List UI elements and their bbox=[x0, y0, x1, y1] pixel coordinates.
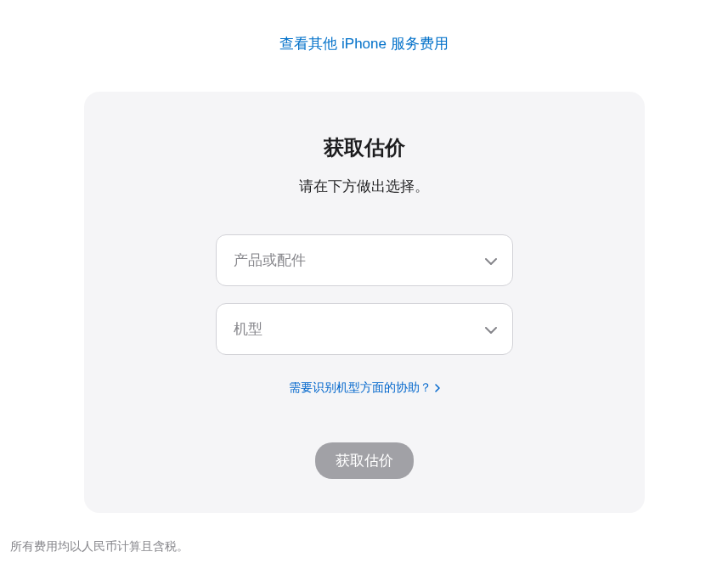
model-select[interactable]: 机型 bbox=[216, 303, 513, 355]
chevron-right-icon bbox=[435, 384, 440, 392]
chevron-down-icon bbox=[485, 321, 497, 338]
card-title: 获取估价 bbox=[118, 134, 611, 161]
chevron-down-icon bbox=[485, 252, 497, 269]
product-select-label: 产品或配件 bbox=[234, 252, 306, 268]
identify-model-help-link[interactable]: 需要识别机型方面的协助？ bbox=[289, 380, 440, 396]
footer-notes: 所有费用均以人民币计算且含税。 截至 2023 年 2 月底，保外电池服务的费用… bbox=[0, 537, 728, 563]
product-select[interactable]: 产品或配件 bbox=[216, 234, 513, 286]
help-link-text: 需要识别机型方面的协助？ bbox=[289, 380, 432, 396]
estimate-card: 获取估价 请在下方做出选择。 产品或配件 机型 bbox=[84, 92, 645, 513]
view-other-services-link[interactable]: 查看其他 iPhone 服务费用 bbox=[0, 34, 728, 53]
model-select-label: 机型 bbox=[234, 321, 262, 337]
get-estimate-button[interactable]: 获取估价 bbox=[315, 442, 414, 479]
card-subtitle: 请在下方做出选择。 bbox=[118, 177, 611, 196]
footer-line-1: 所有费用均以人民币计算且含税。 bbox=[10, 537, 718, 557]
